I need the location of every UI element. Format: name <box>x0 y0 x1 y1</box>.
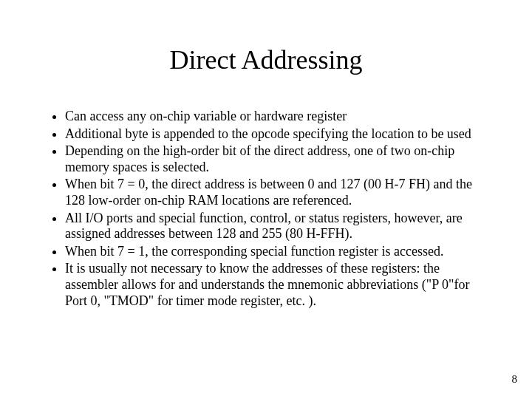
page-number: 8 <box>512 373 518 386</box>
page-title: Direct Addressing <box>44 44 488 75</box>
list-item: When bit 7 = 1, the corresponding specia… <box>65 244 488 260</box>
list-item: When bit 7 = 0, the direct address is be… <box>65 177 488 208</box>
list-item: Depending on the high-order bit of the d… <box>65 143 488 175</box>
list-item: It is usually not necessary to know the … <box>65 261 488 309</box>
list-item: All I/O ports and special function, cont… <box>65 211 488 242</box>
bullet-list: Can access any on-chip variable or hardw… <box>44 109 488 309</box>
list-item: Can access any on-chip variable or hardw… <box>65 109 488 125</box>
slide: Direct Addressing Can access any on-chip… <box>0 0 532 399</box>
list-item: Additional byte is appended to the opcod… <box>65 126 488 143</box>
